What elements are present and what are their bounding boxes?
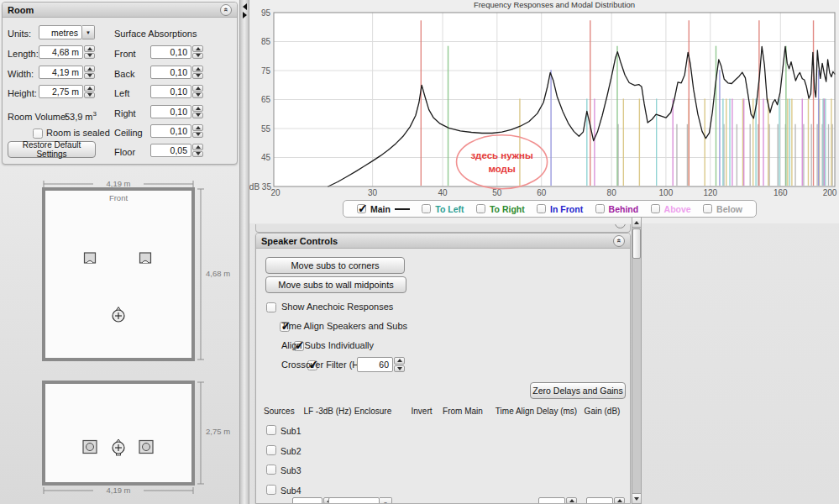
sub3-checkbox[interactable] [266,465,276,475]
front-spin-up[interactable] [192,45,203,52]
legend-checkbox-to-left[interactable] [422,204,431,213]
crossover-value[interactable]: 60 [357,357,393,372]
front-absorption-value[interactable]: 0,10 [150,45,191,59]
length-spin-up[interactable] [84,45,95,52]
back-absorption-spin-buttons[interactable] [192,66,203,79]
room-panel-collapse-button[interactable]: « [220,4,232,16]
scrollbar-thumb[interactable] [632,228,641,259]
back-spin-up[interactable] [192,66,203,72]
speaker-icon[interactable] [85,253,96,263]
legend-checkbox-behind[interactable] [595,204,605,213]
ceiling-absorption-spin-buttons[interactable] [192,124,203,138]
column-header-from-main: From Main [443,407,483,416]
sub-delay-spinner[interactable] [538,497,577,504]
units-value[interactable]: metres [39,25,82,39]
width-spin-up[interactable] [84,66,95,72]
legend-checkbox-above[interactable] [651,204,660,213]
floor-absorption-spinner[interactable]: 0,05 [150,144,203,157]
width-spin-buttons[interactable] [84,66,95,79]
y-tick-label: 45 [261,153,271,162]
speaker-controls-collapse-button[interactable]: « [613,235,625,247]
front-absorption-spinner[interactable]: 0,10 [150,45,203,59]
floor-absorption-spin-buttons[interactable] [192,144,203,157]
collapsed-panel-collapse-button[interactable] [615,224,626,228]
x-tick-label: 80 [607,188,617,197]
right-absorption-spinner[interactable]: 0,10 [150,105,203,118]
left-spin-up[interactable] [192,85,203,92]
legend-checkbox-to-right[interactable] [476,204,485,213]
subwoofer-icon[interactable] [139,441,153,454]
back-absorption-value[interactable]: 0,10 [150,66,191,79]
room-panel-header: Room « [3,3,237,18]
sub4-checkbox[interactable] [266,485,276,495]
left-spin-down[interactable] [192,92,203,99]
move-subs-midpoints-button[interactable]: Move subs to wall midpoints [265,276,406,293]
legend-checkbox-below[interactable] [703,204,712,213]
ceiling-spin-down[interactable] [192,132,203,139]
width-value[interactable]: 4,19 m [39,66,83,79]
zero-delays-gains-button[interactable]: Zero Delays and Gains [530,382,626,399]
subwoofer-icon[interactable] [83,441,97,454]
back-spin-down[interactable] [192,73,203,80]
front-spin-down[interactable] [192,53,203,60]
length-spinner[interactable]: 4,68 m [39,45,95,59]
floor-spin-down[interactable] [192,151,203,158]
right-spin-down[interactable] [192,113,203,119]
restore-defaults-button[interactable]: Restore Default Settings [8,141,96,158]
collapse-left-arrow-icon[interactable] [243,3,247,10]
crossover-spin-down[interactable] [394,365,405,373]
crossover-spin-up[interactable] [394,357,405,365]
x-tick-label: 120 [703,188,717,197]
surface-absorptions-title: Surface Absorptions [114,29,197,39]
height-spin-buttons[interactable] [84,85,95,98]
floor-spin-up[interactable] [192,144,203,150]
units-dropdown-button[interactable]: ▼ [82,25,95,39]
room-sealed-checkbox[interactable] [33,129,43,139]
y-axis-corner-label: dB 35 [249,182,271,192]
sub-gain-spinner[interactable] [586,497,625,504]
crossover-spinner[interactable]: 60 [357,357,405,372]
move-subs-corners-button[interactable]: Move subs to corners [265,257,405,274]
length-spin-buttons[interactable] [84,45,95,59]
left-absorption-spinner[interactable]: 0,10 [150,85,203,98]
sub-enclosure-dropdown[interactable]: ▼ [328,497,392,504]
crossover-spin-buttons[interactable] [394,357,405,372]
chart-title: Frequency Responses and Modal Distributi… [474,0,635,9]
vertical-scrollbar[interactable] [632,217,642,504]
legend-item-below: Below [703,204,742,214]
width-spin-down[interactable] [84,73,95,80]
speaker-icon[interactable] [140,253,151,263]
length-label: Length: [8,49,39,59]
width-spinner[interactable]: 4,19 m [39,66,95,79]
right-spin-up[interactable] [192,105,203,112]
scroll-down-button[interactable] [632,493,641,503]
height-spinner[interactable]: 2,75 m [39,85,95,98]
back-absorption-spinner[interactable]: 0,10 [150,66,203,79]
ceiling-absorption-value[interactable]: 0,10 [150,124,191,138]
height-value[interactable]: 2,75 m [39,85,83,98]
height-spin-up[interactable] [84,85,95,92]
column-header-lf-3db-hz-: LF -3dB (Hz) [303,407,351,416]
front-absorption-spin-buttons[interactable] [192,45,203,59]
expand-right-arrow-icon[interactable] [243,12,247,18]
length-spin-down[interactable] [84,53,95,60]
left-absorption-spin-buttons[interactable] [192,85,203,98]
legend-checkbox-in-front[interactable] [537,204,546,213]
units-dropdown[interactable]: metres ▼ [39,25,95,39]
height-spin-down[interactable] [84,92,95,99]
ceiling-absorption-spinner[interactable]: 0,10 [150,124,203,138]
right-absorption-spin-buttons[interactable] [192,105,203,118]
show-anechoic-checkbox[interactable] [266,302,276,312]
sub1-checkbox[interactable] [266,425,276,435]
floor-absorption-value[interactable]: 0,05 [150,144,191,157]
left-absorption-value[interactable]: 0,10 [150,85,191,98]
ceiling-spin-up[interactable] [192,124,203,131]
pane-divider[interactable] [239,0,249,504]
sub2-checkbox[interactable] [266,445,276,455]
legend-checkbox-main[interactable] [357,204,366,213]
right-absorption-value[interactable]: 0,10 [150,105,191,118]
annotation-text-line2: моды [488,164,516,174]
scroll-up-button[interactable] [632,218,641,228]
length-value[interactable]: 4,68 m [39,45,83,59]
dimension-label: 4,19 m [106,179,130,188]
